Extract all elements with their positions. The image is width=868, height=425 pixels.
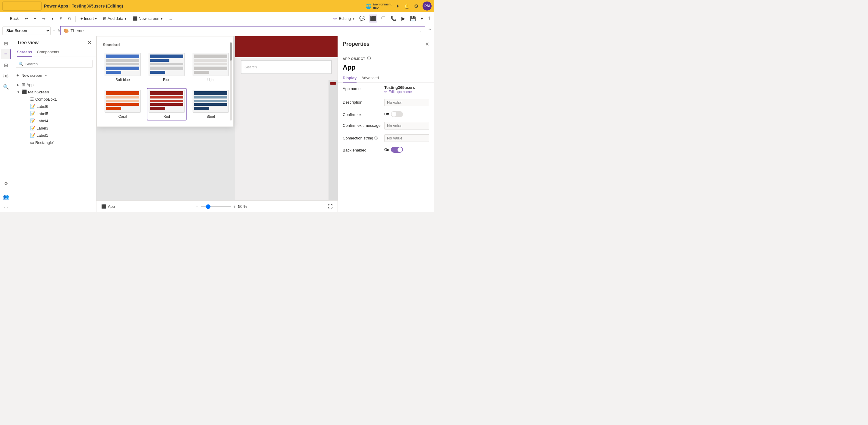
formula-expand[interactable]: ⌃ bbox=[428, 28, 432, 33]
theme-red[interactable]: Red bbox=[147, 88, 187, 121]
editing-chevron: ▾ bbox=[352, 17, 354, 21]
sidebar-grid-icon[interactable]: ⊟ bbox=[1, 60, 11, 70]
insert-button[interactable]: + Insert ▾ bbox=[78, 15, 99, 22]
tree-search[interactable]: 🔍 bbox=[16, 60, 93, 68]
props-close-button[interactable]: ✕ bbox=[425, 41, 429, 47]
tree-panel: Tree view ✕ Screens Components 🔍 ＋ New s… bbox=[12, 36, 96, 212]
chevron-icon: ▶ bbox=[17, 83, 21, 87]
tree-item-label4[interactable]: 📝 Label4 bbox=[12, 117, 96, 124]
save-chevron[interactable]: ▾ bbox=[420, 14, 424, 23]
redo-button[interactable]: ↪ bbox=[40, 15, 48, 22]
tab-screens[interactable]: Screens bbox=[17, 48, 32, 57]
command-bar: ← Back ↩ ▾ ↪ ▾ ⎘ ⎗ + Insert ▾ ⊞ Add data… bbox=[0, 12, 434, 25]
tab-advanced[interactable]: Advanced bbox=[361, 74, 379, 83]
connection-string-input[interactable] bbox=[384, 134, 429, 142]
confirm-message-value bbox=[384, 122, 429, 130]
play-button[interactable]: ▶ bbox=[400, 14, 406, 23]
copy-button[interactable]: ⎘ bbox=[57, 15, 64, 22]
settings-icon[interactable]: ⚙ bbox=[414, 3, 418, 9]
back-enabled-toggle[interactable] bbox=[391, 147, 403, 153]
phone-icon[interactable]: 📞 bbox=[390, 14, 398, 23]
connection-string-label: Connection string ⓘ bbox=[343, 134, 382, 141]
undo-icon: ↩ bbox=[25, 16, 28, 21]
scrollbar-thumb bbox=[230, 42, 232, 61]
zoom-minus-icon[interactable]: − bbox=[196, 204, 198, 209]
more-button[interactable]: ... bbox=[166, 15, 175, 22]
theme-label-light: Light bbox=[207, 78, 215, 82]
data-chevron: ▾ bbox=[124, 16, 127, 21]
edit-app-name-link[interactable]: ✏ Edit app name bbox=[384, 90, 429, 94]
screen-selector[interactable]: StartScreen bbox=[2, 27, 51, 35]
theme-preview-red bbox=[149, 90, 185, 113]
environment-icon[interactable]: 🌐 Environment dev bbox=[366, 2, 392, 10]
tablet-icon[interactable]: ⬛ bbox=[369, 14, 377, 23]
copilot-icon[interactable]: ✦ bbox=[396, 3, 400, 9]
confirm-exit-value: Off bbox=[384, 111, 429, 117]
zoom-slider[interactable] bbox=[201, 206, 231, 207]
zoom-value: 50 % bbox=[238, 204, 247, 209]
theme-blue[interactable]: Blue bbox=[147, 51, 187, 84]
add-data-button[interactable]: ⊞ Add data ▾ bbox=[101, 15, 129, 22]
new-screen-button[interactable]: ⬛ New screen ▾ bbox=[130, 15, 165, 22]
theme-preview-soft-blue bbox=[104, 53, 141, 76]
tree-item-label3[interactable]: 📝 Label3 bbox=[12, 124, 96, 132]
new-screen-button-tree[interactable]: ＋ New screen ▾ bbox=[12, 71, 96, 80]
chat-icon[interactable]: 💬 bbox=[358, 14, 367, 23]
theme-section-title: Standard bbox=[103, 42, 227, 47]
tree-item-label6[interactable]: 📝 Label6 bbox=[12, 103, 96, 110]
theme-soft-blue[interactable]: Soft blue bbox=[103, 51, 143, 84]
sidebar-more-icon[interactable]: ⋯ bbox=[1, 203, 11, 212]
back-enabled-value: On bbox=[384, 147, 429, 153]
back-button[interactable]: ← Back bbox=[2, 15, 21, 22]
sidebar-home-icon[interactable]: ⊞ bbox=[1, 38, 11, 48]
undo-dropdown[interactable]: ▾ bbox=[32, 15, 38, 22]
tree-item-combobox1[interactable]: ☰ ComboBox1 bbox=[12, 96, 96, 103]
tree-title: Tree view bbox=[17, 40, 38, 45]
confirm-exit-toggle[interactable] bbox=[391, 111, 403, 117]
theme-formula-bar[interactable]: 🎨 Theme › bbox=[60, 26, 425, 35]
tab-components[interactable]: Components bbox=[37, 48, 59, 57]
editing-badge: ✏ Editing ▾ bbox=[333, 16, 354, 21]
separator-1 bbox=[75, 16, 76, 22]
label-icon: 📝 bbox=[30, 118, 35, 123]
tree-item-label1[interactable]: 📝 Label1 bbox=[12, 132, 96, 139]
search-input[interactable] bbox=[25, 62, 90, 66]
avatar[interactable]: PM bbox=[423, 1, 432, 10]
theme-coral[interactable]: Coral bbox=[103, 88, 143, 121]
save-icon[interactable]: 💾 bbox=[409, 14, 417, 23]
canvas-area: Standard Soft blue Blue bbox=[96, 36, 338, 212]
theme-steel[interactable]: Steel bbox=[191, 88, 230, 121]
undo-button[interactable]: ↩ bbox=[22, 15, 30, 22]
combobox-icon: ☰ bbox=[30, 97, 34, 101]
paste-button[interactable]: ⎗ bbox=[66, 15, 73, 22]
sidebar-search-icon[interactable]: 🔍 bbox=[1, 82, 11, 92]
tree-item-rectangle1[interactable]: ▭ Rectangle1 bbox=[12, 139, 96, 146]
confirm-exit-message-input[interactable] bbox=[384, 122, 429, 130]
comment-icon[interactable]: 🗨 bbox=[380, 15, 387, 23]
theme-preview-light bbox=[193, 53, 229, 76]
sidebar-formula-icon[interactable]: {x} bbox=[1, 71, 11, 81]
fullscreen-icon[interactable]: ⛶ bbox=[328, 204, 333, 209]
zoom-plus-icon[interactable]: + bbox=[233, 204, 236, 209]
theme-label: Theme bbox=[70, 28, 418, 33]
search-icon: 🔍 bbox=[19, 61, 24, 66]
notification-icon[interactable]: 🔔 bbox=[404, 3, 410, 9]
sidebar-tree-icon[interactable]: ≡ bbox=[1, 50, 11, 59]
tree-item-mainscreen[interactable]: ▼ ⬛ MainScreen ⋯ bbox=[12, 88, 96, 96]
props-row-confirm-message: Confirm exit message bbox=[338, 120, 434, 132]
theme-light[interactable]: Light bbox=[191, 51, 230, 84]
tab-display[interactable]: Display bbox=[343, 74, 356, 83]
sidebar-settings-icon[interactable]: ⚙ bbox=[1, 178, 11, 188]
sidebar-people-icon[interactable]: 👥 bbox=[1, 192, 11, 201]
tree-header: Tree view ✕ bbox=[12, 36, 96, 48]
theme-preview-coral bbox=[104, 90, 141, 113]
theme-label-red: Red bbox=[163, 115, 170, 119]
theme-scrollbar[interactable] bbox=[230, 42, 232, 121]
tree-item-app[interactable]: ▶ ⊞ App ⋯ bbox=[12, 81, 96, 88]
tree-item-label5[interactable]: 📝 Label5 bbox=[12, 110, 96, 117]
redo-dropdown[interactable]: ▾ bbox=[49, 15, 56, 22]
description-input[interactable] bbox=[384, 99, 429, 106]
tree-close-button[interactable]: ✕ bbox=[87, 40, 91, 45]
description-label: Description bbox=[343, 99, 382, 104]
publish-icon[interactable]: ⤴ bbox=[427, 15, 432, 23]
